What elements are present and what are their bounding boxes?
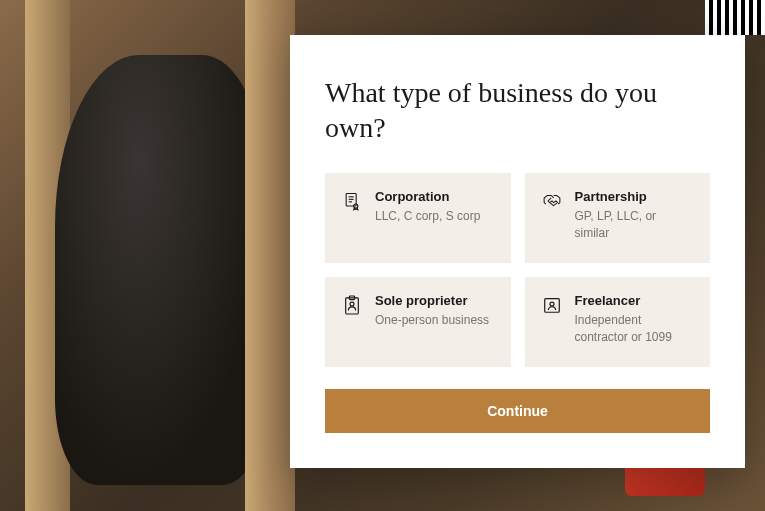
option-title: Partnership — [575, 189, 695, 204]
option-title: Corporation — [375, 189, 495, 204]
option-freelancer[interactable]: Freelancer Independent contractor or 109… — [525, 277, 711, 367]
clipboard-person-icon — [341, 294, 363, 316]
option-desc: GP, LP, LLC, or similar — [575, 208, 695, 242]
page-title: What type of business do you own? — [325, 75, 710, 145]
svg-point-9 — [550, 302, 554, 306]
svg-point-7 — [350, 302, 354, 306]
striped-accent — [705, 0, 765, 35]
handshake-icon — [541, 190, 563, 212]
option-desc: One-person business — [375, 312, 495, 329]
document-badge-icon — [341, 190, 363, 212]
option-title: Freelancer — [575, 293, 695, 308]
option-text: Sole proprieter One-person business — [375, 293, 495, 329]
option-sole-proprietor[interactable]: Sole proprieter One-person business — [325, 277, 511, 367]
option-text: Partnership GP, LP, LLC, or similar — [575, 189, 695, 242]
option-title: Sole proprieter — [375, 293, 495, 308]
continue-button[interactable]: Continue — [325, 389, 710, 433]
business-type-card: What type of business do you own? Corpor… — [290, 35, 745, 468]
id-card-icon — [541, 294, 563, 316]
options-grid: Corporation LLC, C corp, S corp Partners… — [325, 173, 710, 367]
option-text: Freelancer Independent contractor or 109… — [575, 293, 695, 346]
option-desc: Independent contractor or 1099 — [575, 312, 695, 346]
option-text: Corporation LLC, C corp, S corp — [375, 189, 495, 225]
option-desc: LLC, C corp, S corp — [375, 208, 495, 225]
option-partnership[interactable]: Partnership GP, LP, LLC, or similar — [525, 173, 711, 263]
option-corporation[interactable]: Corporation LLC, C corp, S corp — [325, 173, 511, 263]
svg-rect-8 — [544, 299, 559, 313]
